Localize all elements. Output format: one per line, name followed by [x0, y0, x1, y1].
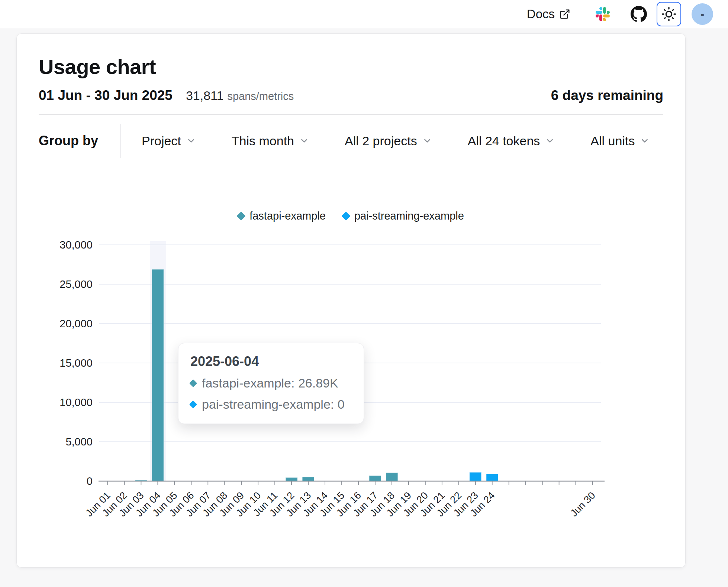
divider — [39, 114, 663, 115]
usage-card: Usage chart 01 Jun - 30 Jun 2025 31,811 … — [16, 33, 686, 568]
date-range: 01 Jun - 30 Jun 2025 — [39, 88, 173, 103]
legend-diamond-icon — [341, 211, 350, 220]
tokens-value: All 24 tokens — [468, 134, 540, 148]
page-title: Usage chart — [39, 55, 663, 79]
y-axis-tick-label: 10,000 — [59, 396, 93, 408]
tooltip-date: 2025-06-04 — [190, 354, 352, 369]
legend-item-pai-streaming: pai-streaming-example — [343, 210, 464, 222]
projects-value: All 2 projects — [345, 134, 417, 148]
avatar[interactable]: - — [692, 3, 713, 25]
tooltip-diamond-icon — [189, 400, 197, 408]
chevron-down-icon — [186, 136, 196, 146]
units-value: All units — [590, 134, 635, 148]
vertical-divider — [120, 124, 121, 158]
tooltip-row-text: pai-streaming-example: 0 — [202, 397, 345, 412]
sun-icon — [661, 7, 676, 22]
y-axis-tick-label: 20,000 — [59, 318, 93, 330]
bar-jun-24-pai-streaming-example[interactable] — [486, 474, 498, 481]
y-axis-tick-label: 5,000 — [65, 436, 93, 448]
bar-jun-17-fastapi-example[interactable] — [369, 476, 381, 481]
docs-link-label: Docs — [527, 7, 555, 21]
y-axis-tick-label: 25,000 — [59, 278, 93, 290]
y-axis-tick-label: 15,000 — [59, 357, 93, 369]
chevron-down-icon — [299, 136, 309, 146]
group-by-value: Project — [142, 134, 181, 148]
chevron-down-icon — [545, 136, 555, 146]
tokens-dropdown[interactable]: All 24 tokens — [468, 134, 555, 148]
period-dropdown[interactable]: This month — [232, 134, 309, 148]
y-axis-tick-label: 0 — [87, 475, 93, 487]
total-count: 31,811 — [186, 88, 223, 103]
bar-jun-04-fastapi-example[interactable] — [152, 269, 164, 481]
slack-icon[interactable] — [596, 7, 610, 21]
total-unit: spans/metrics — [227, 90, 294, 103]
chart-tooltip: 2025-06-04 fastapi-example: 26.89K pai-s… — [178, 343, 364, 424]
chevron-down-icon — [422, 136, 432, 146]
legend-diamond-icon — [237, 211, 246, 220]
chart-legend: fastapi-example pai-streaming-example — [39, 210, 663, 222]
projects-dropdown[interactable]: All 2 projects — [345, 134, 432, 148]
filter-bar: Group by Project This month All 2 projec… — [39, 124, 663, 158]
legend-label: pai-streaming-example — [354, 210, 464, 222]
legend-label: fastapi-example — [249, 210, 326, 222]
tooltip-row: pai-streaming-example: 0 — [190, 397, 352, 412]
usage-meta-row: 01 Jun - 30 Jun 2025 31,811 spans/metric… — [39, 88, 663, 103]
legend-item-fastapi: fastapi-example — [238, 210, 326, 222]
bar-jun-18-fastapi-example[interactable] — [386, 473, 398, 481]
chevron-down-icon — [640, 136, 650, 146]
group-by-dropdown[interactable]: Project — [142, 134, 196, 148]
docs-link[interactable]: Docs — [527, 7, 570, 21]
theme-toggle-button[interactable] — [657, 2, 681, 26]
github-icon[interactable] — [631, 6, 647, 22]
y-axis-tick-label: 30,000 — [59, 239, 93, 251]
external-link-icon — [559, 9, 570, 20]
bar-jun-13-fastapi-example[interactable] — [302, 477, 314, 481]
group-by-label: Group by — [39, 133, 98, 149]
tooltip-row-text: fastapi-example: 26.89K — [202, 376, 338, 390]
avatar-label: - — [700, 8, 704, 20]
tooltip-diamond-icon — [189, 379, 197, 387]
period-value: This month — [232, 134, 294, 148]
tooltip-row: fastapi-example: 26.89K — [190, 376, 352, 390]
x-axis-tick-label: Jun 30 — [568, 490, 597, 519]
bar-jun-12-fastapi-example[interactable] — [286, 477, 297, 481]
bar-jun-23-pai-streaming-example[interactable] — [470, 472, 481, 481]
days-remaining: 6 days remaining — [551, 88, 663, 103]
topbar: Docs - — [0, 0, 728, 28]
units-dropdown[interactable]: All units — [590, 134, 650, 148]
